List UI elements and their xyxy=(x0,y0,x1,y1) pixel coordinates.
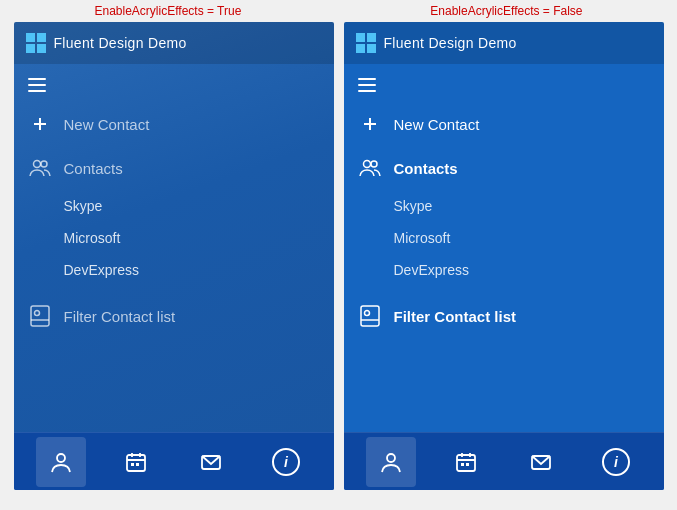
tab-bar-left: i xyxy=(14,432,334,490)
add-icon-right xyxy=(358,112,382,136)
new-contact-label-left: New Contact xyxy=(64,116,150,133)
svg-rect-2 xyxy=(26,44,35,53)
microsoft-label-left: Microsoft xyxy=(64,230,121,246)
contacts-icon-left xyxy=(28,156,52,180)
mail-icon-right xyxy=(530,451,552,473)
solid-panel: Fluent Design Demo New Contact xyxy=(344,22,664,490)
svg-rect-35 xyxy=(461,463,464,466)
svg-rect-8 xyxy=(31,306,49,326)
svg-rect-20 xyxy=(367,33,376,42)
app-title-left: Fluent Design Demo xyxy=(54,35,187,51)
svg-point-30 xyxy=(387,454,395,462)
skype-item-right[interactable]: Skype xyxy=(344,190,664,222)
calendar-icon-left xyxy=(125,451,147,473)
acrylic-label: EnableAcrylicEffects = True xyxy=(94,4,241,18)
tab-calendar-right[interactable] xyxy=(441,437,491,487)
svg-point-9 xyxy=(34,311,39,316)
mail-icon-left xyxy=(200,451,222,473)
contacts-group-right[interactable]: Contacts xyxy=(344,146,664,190)
svg-point-11 xyxy=(57,454,65,462)
svg-rect-27 xyxy=(361,306,379,326)
devexpress-label-left: DevExpress xyxy=(64,262,139,278)
filter-contact-right[interactable]: Filter Contact list xyxy=(344,294,664,338)
app-title-right: Fluent Design Demo xyxy=(384,35,517,51)
tab-person-right[interactable] xyxy=(366,437,416,487)
filter-contact-left[interactable]: Filter Contact list xyxy=(14,294,334,338)
svg-rect-36 xyxy=(466,463,469,466)
nav-section-right: New Contact Contacts Skype xyxy=(344,102,664,432)
hamburger-icon-right xyxy=(358,78,650,92)
title-bar-right: Fluent Design Demo xyxy=(344,22,664,64)
svg-rect-22 xyxy=(367,44,376,53)
svg-rect-3 xyxy=(37,44,46,53)
contacts-group-left[interactable]: Contacts xyxy=(14,146,334,190)
devexpress-item-left[interactable]: DevExpress xyxy=(14,254,334,286)
filter-icon-left xyxy=(28,304,52,328)
info-icon-left: i xyxy=(272,448,300,476)
skype-label-right: Skype xyxy=(394,198,433,214)
contacts-label-left: Contacts xyxy=(64,160,123,177)
calendar-icon-right xyxy=(455,451,477,473)
tab-info-right[interactable]: i xyxy=(591,437,641,487)
person-icon-right xyxy=(380,451,402,473)
hamburger-left[interactable] xyxy=(14,64,334,102)
filter-label-right: Filter Contact list xyxy=(394,308,517,325)
new-contact-label-right: New Contact xyxy=(394,116,480,133)
filter-label-left: Filter Contact list xyxy=(64,308,176,325)
add-icon-left xyxy=(28,112,52,136)
new-contact-left[interactable]: New Contact xyxy=(14,102,334,146)
app-icon-right xyxy=(356,33,376,53)
svg-rect-1 xyxy=(37,33,46,42)
hamburger-right[interactable] xyxy=(344,64,664,102)
hamburger-icon-left xyxy=(28,78,320,92)
svg-rect-0 xyxy=(26,33,35,42)
tab-bar-right: i xyxy=(344,432,664,490)
info-icon-right: i xyxy=(602,448,630,476)
svg-point-28 xyxy=(364,311,369,316)
svg-point-26 xyxy=(371,161,377,167)
microsoft-item-left[interactable]: Microsoft xyxy=(14,222,334,254)
tab-mail-left[interactable] xyxy=(186,437,236,487)
person-icon-left xyxy=(50,451,72,473)
svg-point-25 xyxy=(363,161,370,168)
solid-label: EnableAcrylicEffects = False xyxy=(430,4,582,18)
tab-person-left[interactable] xyxy=(36,437,86,487)
microsoft-item-right[interactable]: Microsoft xyxy=(344,222,664,254)
contacts-icon-right xyxy=(358,156,382,180)
app-icon-left xyxy=(26,33,46,53)
svg-point-7 xyxy=(41,161,47,167)
tab-mail-right[interactable] xyxy=(516,437,566,487)
acrylic-panel: Fluent Design Demo New Contact xyxy=(14,22,334,490)
svg-rect-17 xyxy=(136,463,139,466)
devexpress-label-right: DevExpress xyxy=(394,262,469,278)
svg-rect-21 xyxy=(356,44,365,53)
svg-rect-16 xyxy=(131,463,134,466)
devexpress-item-right[interactable]: DevExpress xyxy=(344,254,664,286)
tab-calendar-left[interactable] xyxy=(111,437,161,487)
microsoft-label-right: Microsoft xyxy=(394,230,451,246)
svg-rect-19 xyxy=(356,33,365,42)
new-contact-right[interactable]: New Contact xyxy=(344,102,664,146)
title-bar-left: Fluent Design Demo xyxy=(14,22,334,64)
skype-label-left: Skype xyxy=(64,198,103,214)
skype-item-left[interactable]: Skype xyxy=(14,190,334,222)
filter-icon-right xyxy=(358,304,382,328)
contacts-label-right: Contacts xyxy=(394,160,458,177)
nav-section-left: New Contact Contacts Skype xyxy=(14,102,334,432)
svg-point-6 xyxy=(33,161,40,168)
tab-info-left[interactable]: i xyxy=(261,437,311,487)
